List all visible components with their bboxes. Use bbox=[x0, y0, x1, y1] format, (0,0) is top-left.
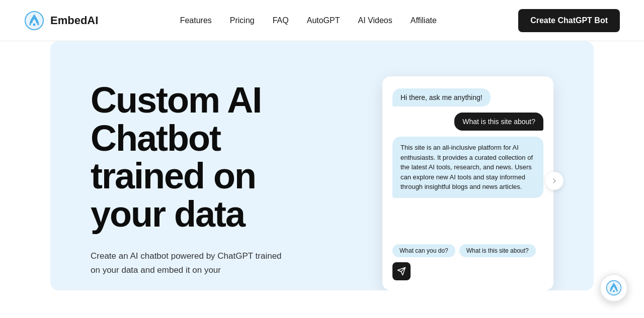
chat-window: Hi there, ask me anything! What is this … bbox=[382, 76, 553, 290]
create-chatgpt-bot-button[interactable]: Create ChatGPT Bot bbox=[518, 9, 620, 32]
hero-subtitle: Create an AI chatbot powered by ChatGPT … bbox=[91, 249, 282, 276]
chat-messages: Hi there, ask me anything! What is this … bbox=[392, 88, 543, 198]
chevron-right-icon bbox=[550, 177, 558, 185]
logo-text: EmbedAI bbox=[50, 14, 98, 27]
nav-pricing[interactable]: Pricing bbox=[230, 16, 255, 25]
nav-ai-videos[interactable]: AI Videos bbox=[358, 16, 392, 25]
chat-bottom: What can you do? What is this site about… bbox=[392, 244, 543, 280]
send-icon bbox=[397, 267, 406, 276]
hero-title: Custom AI Chatbot trained on your data bbox=[91, 81, 322, 233]
svg-point-1 bbox=[33, 23, 36, 26]
scroll-icon bbox=[545, 172, 564, 190]
navbar-cta: Create ChatGPT Bot bbox=[518, 9, 620, 32]
hero-content: Custom AI Chatbot trained on your data C… bbox=[91, 71, 322, 277]
user-message-bubble: What is this site about? bbox=[454, 113, 543, 131]
nav-faq[interactable]: FAQ bbox=[273, 16, 289, 25]
suggestion-chip-1[interactable]: What is this site about? bbox=[459, 244, 536, 257]
logo-icon bbox=[24, 11, 44, 31]
suggestion-chip-0[interactable]: What can you do? bbox=[392, 244, 455, 257]
nav-autogpt[interactable]: AutoGPT bbox=[307, 16, 340, 25]
chat-suggestions: What can you do? What is this site about… bbox=[392, 244, 543, 257]
hero-chat-area: Hi there, ask me anything! What is this … bbox=[322, 71, 553, 290]
floating-logo-icon bbox=[606, 280, 622, 290]
chat-send-button[interactable] bbox=[392, 262, 411, 280]
logo-area: EmbedAI bbox=[24, 11, 98, 31]
nav-affiliate[interactable]: Affiliate bbox=[411, 16, 437, 25]
nav-links: Features Pricing FAQ AutoGPT AI Videos A… bbox=[180, 16, 437, 25]
chat-input-row bbox=[392, 262, 543, 280]
bot-greeting-bubble: Hi there, ask me anything! bbox=[392, 88, 491, 107]
bot-response-bubble: This site is an all-inclusive platform f… bbox=[392, 137, 543, 198]
hero-section: Custom AI Chatbot trained on your data C… bbox=[50, 41, 594, 290]
nav-features[interactable]: Features bbox=[180, 16, 212, 25]
navbar: EmbedAI Features Pricing FAQ AutoGPT AI … bbox=[0, 0, 644, 41]
